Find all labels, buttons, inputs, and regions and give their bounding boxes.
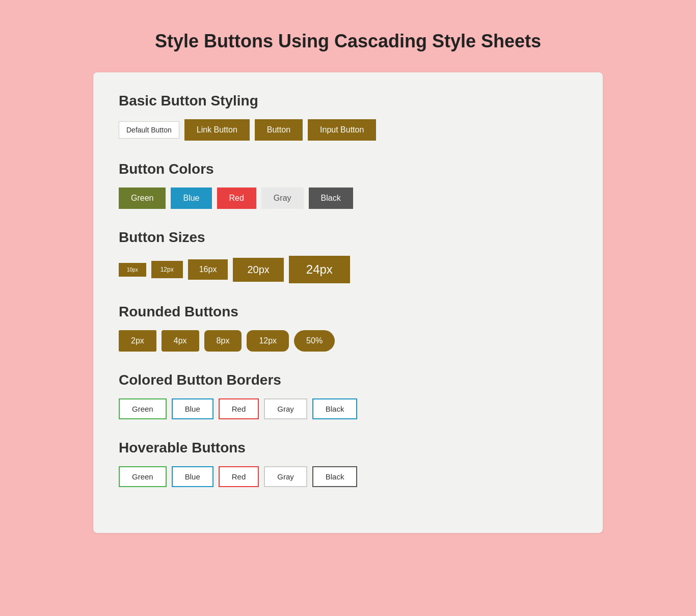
hover-green-button[interactable]: Green [119, 466, 167, 487]
border-red-button[interactable]: Red [219, 398, 259, 419]
section-colored-borders: Colored Button Borders Green Blue Red Gr… [119, 372, 577, 419]
hover-red-button[interactable]: Red [219, 466, 259, 487]
size-20px-button[interactable]: 20px [233, 258, 283, 282]
hoverable-button-row: Green Blue Red Gray Black [119, 466, 577, 487]
section-rounded: Rounded Buttons 2px 4px 8px 12px 50% [119, 304, 577, 352]
color-red-button[interactable]: Red [217, 188, 256, 209]
rounded-12px-button[interactable]: 12px [247, 330, 289, 352]
hover-black-button[interactable]: Black [312, 466, 358, 487]
rounded-button-row: 2px 4px 8px 12px 50% [119, 330, 577, 352]
link-button[interactable]: Link Button [184, 119, 250, 141]
size-10px-button[interactable]: 10px [119, 263, 146, 277]
hover-blue-button[interactable]: Blue [172, 466, 213, 487]
section-basic: Basic Button Styling Default Button Link… [119, 93, 577, 141]
color-gray-button[interactable]: Gray [261, 188, 304, 209]
sizes-button-row: 10px 12px 16px 20px 24px [119, 256, 577, 283]
border-blue-button[interactable]: Blue [172, 398, 213, 419]
section-colors-title: Button Colors [119, 161, 577, 177]
basic-button-row: Default Button Link Button Button Input … [119, 119, 577, 141]
rounded-8px-button[interactable]: 8px [204, 330, 242, 352]
section-colored-borders-title: Colored Button Borders [119, 372, 577, 388]
main-card: Basic Button Styling Default Button Link… [93, 72, 603, 533]
page-title: Style Buttons Using Cascading Style Shee… [155, 31, 541, 52]
input-button[interactable]: Input Button [308, 119, 376, 141]
color-black-button[interactable]: Black [309, 188, 353, 209]
border-green-button[interactable]: Green [119, 398, 167, 419]
section-sizes: Button Sizes 10px 12px 16px 20px 24px [119, 229, 577, 283]
color-blue-button[interactable]: Blue [171, 188, 211, 209]
section-basic-title: Basic Button Styling [119, 93, 577, 109]
size-24px-button[interactable]: 24px [289, 256, 350, 283]
section-rounded-title: Rounded Buttons [119, 304, 577, 320]
default-button[interactable]: Default Button [119, 121, 179, 139]
section-colors: Button Colors Green Blue Red Gray Black [119, 161, 577, 209]
hover-gray-button[interactable]: Gray [264, 466, 307, 487]
rounded-50pct-button[interactable]: 50% [294, 330, 335, 352]
size-16px-button[interactable]: 16px [188, 259, 228, 280]
section-hoverable: Hoverable Buttons Green Blue Red Gray Bl… [119, 440, 577, 487]
color-green-button[interactable]: Green [119, 188, 166, 209]
rounded-2px-button[interactable]: 2px [119, 330, 156, 352]
rounded-4px-button[interactable]: 4px [162, 330, 199, 352]
section-hoverable-title: Hoverable Buttons [119, 440, 577, 456]
section-sizes-title: Button Sizes [119, 229, 577, 246]
colors-button-row: Green Blue Red Gray Black [119, 188, 577, 209]
button-button[interactable]: Button [255, 119, 303, 141]
colored-borders-button-row: Green Blue Red Gray Black [119, 398, 577, 419]
border-gray-button[interactable]: Gray [264, 398, 307, 419]
size-12px-button[interactable]: 12px [151, 261, 183, 278]
border-black-button[interactable]: Black [312, 398, 358, 419]
